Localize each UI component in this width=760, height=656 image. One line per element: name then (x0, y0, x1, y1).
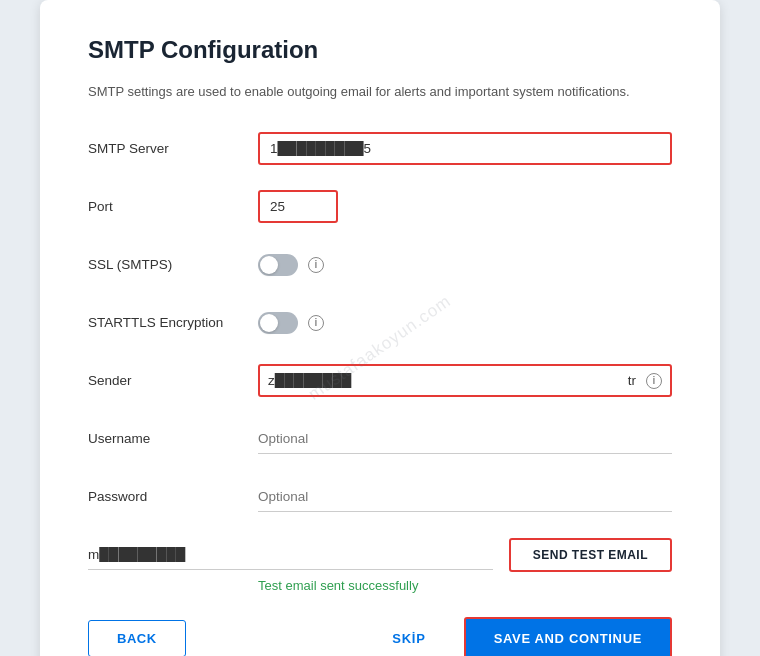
port-label: Port (88, 199, 258, 214)
password-control (258, 482, 672, 512)
smtp-server-control (258, 132, 672, 165)
save-and-continue-button[interactable]: SAVE AND CONTINUE (464, 617, 672, 657)
sender-control: tr i (258, 364, 672, 397)
sender-domain: tr (628, 373, 636, 388)
username-row: Username (88, 420, 672, 458)
ssl-row: SSL (SMTPS) i (88, 246, 672, 284)
smtp-server-label: SMTP Server (88, 141, 258, 156)
password-row: Password (88, 478, 672, 516)
sender-info-icon[interactable]: i (646, 373, 662, 389)
smtp-server-input[interactable] (258, 132, 672, 165)
port-control (258, 190, 672, 223)
footer-right: SKİP SAVE AND CONTINUE (374, 617, 672, 657)
back-button[interactable]: BACK (88, 620, 186, 657)
starttls-label: STARTTLS Encryption (88, 315, 258, 330)
ssl-control: i (258, 254, 672, 276)
ssl-slider (258, 254, 298, 276)
ssl-label: SSL (SMTPS) (88, 257, 258, 272)
password-input[interactable] (258, 482, 672, 512)
page-description: SMTP settings are used to enable outgoin… (88, 82, 672, 102)
test-success-message: Test email sent successfully (88, 578, 672, 593)
starttls-control: i (258, 312, 672, 334)
username-control (258, 424, 672, 454)
username-label: Username (88, 431, 258, 446)
ssl-info-icon[interactable]: i (308, 257, 324, 273)
smtp-server-row: SMTP Server (88, 130, 672, 168)
send-test-email-button[interactable]: SEND TEST EMAIL (509, 538, 672, 572)
ssl-toggle[interactable] (258, 254, 298, 276)
password-label: Password (88, 489, 258, 504)
skip-button[interactable]: SKİP (374, 621, 443, 656)
sender-wrapper: tr i (258, 364, 672, 397)
test-email-input[interactable] (88, 540, 493, 570)
sender-label: Sender (88, 373, 258, 388)
test-email-row: SEND TEST EMAIL (88, 536, 672, 574)
starttls-slider (258, 312, 298, 334)
sender-row: Sender tr i (88, 362, 672, 400)
starttls-toggle[interactable] (258, 312, 298, 334)
footer-row: BACK SKİP SAVE AND CONTINUE (88, 617, 672, 657)
page-title: SMTP Configuration (88, 36, 672, 64)
starttls-row: STARTTLS Encryption i (88, 304, 672, 342)
port-row: Port (88, 188, 672, 226)
port-input[interactable] (258, 190, 338, 223)
username-input[interactable] (258, 424, 672, 454)
sender-input[interactable] (268, 366, 624, 395)
starttls-info-icon[interactable]: i (308, 315, 324, 331)
